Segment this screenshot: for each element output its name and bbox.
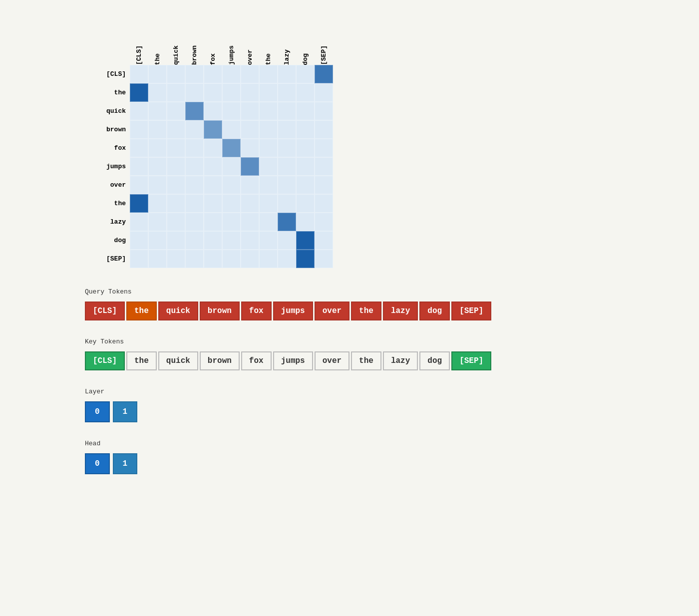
query-token[interactable]: fox: [241, 302, 272, 320]
matrix-cell: [148, 231, 167, 250]
key-token[interactable]: [CLS]: [85, 351, 125, 370]
page-container: [CLS]thequickbrownfoxjumpsoverthelazydog…: [75, 10, 624, 502]
matrix-cell: [278, 231, 296, 250]
query-label: Query Tokens: [85, 288, 614, 296]
matrix-cell: [185, 213, 204, 231]
matrix-cell: [185, 120, 204, 139]
matrix-cell: [130, 139, 148, 157]
query-token[interactable]: dog: [419, 302, 450, 320]
matrix-cell: [278, 250, 296, 268]
matrix-cell: [315, 213, 333, 231]
matrix-cell: [315, 120, 333, 139]
query-token[interactable]: jumps: [273, 302, 313, 320]
matrix-cell: [296, 157, 315, 176]
matrix-cell: [259, 65, 278, 83]
matrix-body: [CLS]thequickbrownfoxjumpsoverthelazydog…: [85, 65, 614, 268]
col-label: quick: [167, 20, 185, 65]
col-label: dog: [296, 20, 315, 65]
matrix-cell: [222, 194, 241, 213]
matrix-cell: [222, 213, 241, 231]
matrix-cell: [167, 139, 185, 157]
key-token[interactable]: fox: [241, 351, 272, 370]
matrix-cell: [204, 139, 222, 157]
matrix-cell: [222, 139, 241, 157]
key-token[interactable]: [SEP]: [451, 351, 491, 370]
matrix-cell: [185, 157, 204, 176]
col-label: jumps: [222, 20, 241, 65]
head-button-1[interactable]: 1: [113, 453, 138, 474]
row-label: the: [85, 194, 130, 213]
matrix-cell: [167, 65, 185, 83]
matrix-cell: [222, 176, 241, 194]
matrix-cell: [204, 231, 222, 250]
col-label: the: [259, 20, 278, 65]
layer-section: Layer 01: [85, 388, 614, 422]
matrix-cell: [148, 120, 167, 139]
matrix-cell: [278, 157, 296, 176]
matrix-cell: [167, 176, 185, 194]
matrix-cell: [296, 194, 315, 213]
query-token[interactable]: [SEP]: [451, 302, 491, 320]
key-token[interactable]: the: [126, 351, 157, 370]
key-token[interactable]: over: [315, 351, 350, 370]
key-token[interactable]: jumps: [273, 351, 313, 370]
matrix-section: [CLS]thequickbrownfoxjumpsoverthelazydog…: [85, 20, 614, 268]
query-token[interactable]: lazy: [383, 302, 418, 320]
matrix-cell: [130, 176, 148, 194]
matrix-row: [130, 231, 333, 250]
matrix-cell: [204, 213, 222, 231]
matrix-cell: [241, 139, 259, 157]
matrix-row: [130, 157, 333, 176]
col-label: lazy: [278, 20, 296, 65]
matrix-cell: [278, 139, 296, 157]
matrix-cell: [222, 102, 241, 120]
row-label: [SEP]: [85, 250, 130, 268]
matrix-cell: [130, 65, 148, 83]
matrix-cell: [130, 194, 148, 213]
matrix-row: [130, 194, 333, 213]
row-labels: [CLS]thequickbrownfoxjumpsoverthelazydog…: [85, 65, 130, 268]
key-token[interactable]: lazy: [383, 351, 418, 370]
matrix-cell: [185, 250, 204, 268]
key-token[interactable]: the: [351, 351, 381, 370]
matrix-cell: [185, 194, 204, 213]
query-token[interactable]: the: [126, 302, 157, 320]
matrix-cell: [222, 231, 241, 250]
matrix-cell: [241, 102, 259, 120]
matrix-cell: [259, 231, 278, 250]
matrix-cell: [278, 102, 296, 120]
layer-button-0[interactable]: 0: [85, 401, 110, 422]
key-token[interactable]: brown: [200, 351, 240, 370]
matrix-cell: [259, 102, 278, 120]
matrix-cell: [148, 139, 167, 157]
query-token[interactable]: quick: [158, 302, 198, 320]
key-token[interactable]: dog: [419, 351, 450, 370]
col-label: over: [241, 20, 259, 65]
matrix-cell: [222, 65, 241, 83]
matrix-cell: [278, 194, 296, 213]
layer-button-1[interactable]: 1: [113, 401, 138, 422]
matrix-cell: [315, 231, 333, 250]
matrix-cell: [241, 250, 259, 268]
query-token[interactable]: brown: [200, 302, 240, 320]
query-token[interactable]: the: [351, 302, 381, 320]
matrix-row: [130, 83, 333, 102]
key-token-row: [CLS]thequickbrownfoxjumpsoverthelazydog…: [85, 351, 614, 370]
row-label: brown: [85, 120, 130, 139]
query-token[interactable]: over: [315, 302, 350, 320]
matrix-cell: [259, 120, 278, 139]
matrix-cell: [167, 250, 185, 268]
matrix-cell: [296, 139, 315, 157]
matrix-cell: [204, 102, 222, 120]
matrix-cell: [296, 231, 315, 250]
matrix-cell: [259, 176, 278, 194]
matrix-cell: [241, 194, 259, 213]
matrix-cell: [278, 120, 296, 139]
head-section: Head 01: [85, 440, 614, 474]
matrix-cell: [185, 102, 204, 120]
key-token[interactable]: quick: [158, 351, 198, 370]
row-label: the: [85, 83, 130, 102]
query-token[interactable]: [CLS]: [85, 302, 125, 320]
matrix-cell: [185, 65, 204, 83]
head-button-0[interactable]: 0: [85, 453, 110, 474]
